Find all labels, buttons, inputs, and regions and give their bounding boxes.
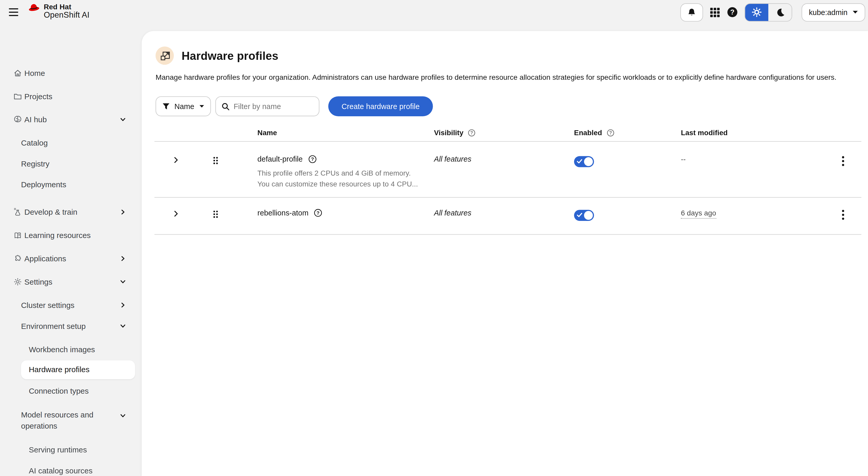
visibility-value: All features (434, 198, 574, 234)
last-modified-value[interactable]: 6 days ago (681, 209, 716, 218)
sidebar-item-label: Cluster settings (21, 300, 74, 310)
sidebar-item-ai-catalog-sources[interactable]: AI catalog sources (0, 463, 142, 476)
sidebar-item-model-resources[interactable]: Model resources and operations (0, 407, 142, 434)
drag-handle[interactable] (212, 156, 219, 197)
sidebar-item-label: Settings (24, 277, 52, 287)
sidebar-item-hardware-profiles-selected[interactable]: Hardware profiles (21, 360, 135, 379)
chevron-right-icon (120, 255, 126, 262)
expand-row-button[interactable] (172, 156, 180, 197)
create-hardware-profile-button[interactable]: Create hardware profile (328, 96, 433, 116)
masthead-actions: ? (681, 3, 865, 22)
sidebar-item-label: Projects (24, 91, 52, 101)
check-icon (577, 159, 582, 164)
sidebar-item-applications[interactable]: Applications (0, 251, 142, 266)
brand-logo: Red Hat OpenShift AI (27, 3, 90, 20)
nav-toggle-button[interactable] (9, 7, 19, 17)
svg-text:?: ? (470, 130, 473, 136)
main-content: Hardware profiles Manage hardware profil… (142, 31, 868, 476)
column-header-last-modified: Last modified (681, 128, 824, 137)
masthead: Red Hat OpenShift AI (0, 0, 868, 25)
sidebar-item-catalog[interactable]: Catalog (0, 135, 142, 151)
chevron-right-icon (120, 209, 126, 215)
sidebar-item-cluster-settings[interactable]: Cluster settings (0, 297, 142, 313)
enabled-switch[interactable] (574, 210, 594, 221)
sidebar-item-projects[interactable]: Projects (0, 89, 142, 104)
visibility-value: All features (434, 142, 574, 197)
sidebar-nav: Home Projects AI hub Catalog Registry De… (0, 25, 142, 476)
question-circle-icon[interactable]: ? (314, 209, 322, 217)
sun-icon (752, 7, 762, 17)
sidebar-item-label: AI hub (24, 115, 47, 125)
question-circle-icon[interactable]: ? (468, 129, 476, 137)
dark-theme-button[interactable] (769, 4, 792, 21)
filter-type-dropdown[interactable]: Name (156, 96, 211, 116)
question-circle-icon[interactable]: ? (308, 155, 316, 163)
svg-text:?: ? (317, 210, 320, 216)
book-icon (13, 231, 22, 240)
filter-by-name-input[interactable] (234, 102, 313, 111)
filter-type-label: Name (174, 102, 194, 111)
gear-icon (13, 277, 22, 286)
row-actions-kebab-button[interactable] (841, 156, 844, 197)
page-title: Hardware profiles (182, 49, 278, 62)
sidebar-item-workbench-images[interactable]: Workbench images (0, 341, 142, 357)
sidebar-item-connection-types[interactable]: Connection types (0, 383, 142, 398)
table-header-row: Name Visibility ? Enabled ? (154, 128, 861, 142)
sidebar-item-registry[interactable]: Registry (0, 156, 142, 172)
table-row-rebellions-atom: rebellions-atom ? All features 6 (154, 198, 861, 235)
notifications-button[interactable] (681, 3, 703, 22)
moon-icon (775, 7, 785, 17)
sidebar-item-label: Deployments (21, 179, 66, 189)
table-row-default-profile: default-profile ? This profile offers 2 … (154, 142, 861, 198)
drag-handle[interactable] (212, 209, 219, 234)
sidebar-item-label: Applications (24, 254, 66, 263)
toolbar: Name Create hardware profile (156, 96, 862, 116)
chevron-down-icon (120, 278, 126, 285)
sidebar-item-deployments[interactable]: Deployments (0, 177, 142, 192)
folder-icon (13, 92, 22, 101)
sidebar-item-serving-runtimes[interactable]: Serving runtimes (0, 442, 142, 457)
sidebar-item-learning-resources[interactable]: Learning resources (0, 228, 142, 243)
row-actions-kebab-button[interactable] (841, 209, 844, 234)
sidebar-item-label: Catalog (21, 138, 48, 148)
sidebar-item-label: Registry (21, 159, 50, 169)
help-icon: ? (727, 7, 738, 18)
profile-name[interactable]: default-profile (257, 155, 303, 163)
sidebar-item-label: AI catalog sources (29, 466, 92, 475)
sidebar-item-label: Connection types (29, 386, 89, 396)
sidebar-item-settings[interactable]: Settings (0, 274, 142, 290)
expand-row-button[interactable] (172, 210, 180, 234)
filter-funnel-icon (162, 102, 170, 110)
chevron-down-icon (120, 323, 126, 329)
redhat-fedora-icon (27, 3, 41, 13)
app-launcher-button[interactable] (710, 3, 720, 22)
chevron-right-icon (120, 302, 126, 308)
brand-line-2: OpenShift AI (44, 11, 90, 20)
hardware-profiles-icon (156, 47, 174, 65)
sidebar-item-home[interactable]: Home (0, 65, 142, 81)
check-icon (577, 213, 582, 217)
profile-name[interactable]: rebellions-atom (257, 209, 308, 217)
sidebar-item-develop-train[interactable]: Develop & train (0, 204, 142, 220)
chevron-down-icon (120, 116, 126, 123)
app-window: Red Hat OpenShift AI (0, 0, 868, 476)
sidebar-item-label: Hardware profiles (29, 365, 90, 374)
sidebar-item-ai-hub[interactable]: AI hub (0, 112, 142, 127)
sidebar-item-label: Home (24, 68, 45, 78)
question-circle-icon[interactable]: ? (607, 129, 614, 137)
sidebar-item-label: Workbench images (29, 345, 95, 354)
light-theme-button[interactable] (745, 4, 769, 21)
username: kube:admin (809, 8, 847, 16)
page-description: Manage hardware profiles for your organi… (156, 72, 842, 83)
chevron-right-icon (172, 210, 180, 218)
sidebar-item-label: Learning resources (24, 230, 91, 240)
help-button[interactable]: ? (727, 3, 738, 22)
grip-dots-icon (212, 209, 219, 219)
sidebar-item-environment-setup[interactable]: Environment setup (0, 318, 142, 334)
sidebar-item-label: Model resources and operations (21, 409, 108, 432)
user-menu-button[interactable]: kube:admin (802, 3, 865, 22)
puzzle-icon (13, 254, 22, 263)
search-box (215, 96, 319, 116)
enabled-switch[interactable] (574, 156, 594, 167)
flask-icon (13, 208, 22, 216)
